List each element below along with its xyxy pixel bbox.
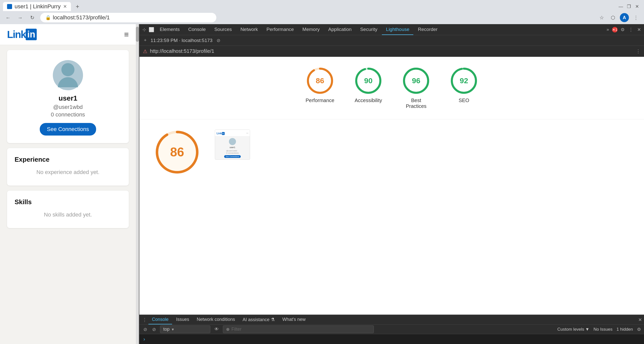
score-item-seo: 92 SEO [450, 67, 478, 109]
console-filter-input[interactable]: ⊛ Filter [223, 325, 374, 333]
close-button[interactable]: ✕ [634, 4, 640, 10]
logo-link-text: Link [7, 29, 26, 40]
extensions-icon[interactable]: ⬡ [609, 14, 617, 22]
settings-icon[interactable]: ⋮ [632, 14, 640, 22]
more-tabs-icon[interactable]: » [606, 26, 610, 33]
bookmark-icon[interactable]: ☆ [598, 14, 606, 22]
console-tab-console[interactable]: Console [148, 315, 172, 324]
console-toolbar: ⊘ ⊘ top ▼ 👁 ⊛ Filter Custom levels ▼ No … [139, 325, 644, 334]
toolbar-timestamp: 11:23:59 PM · localhost:5173 [151, 38, 213, 43]
scrollbar-thumb [136, 27, 139, 42]
avatar-body [58, 77, 78, 87]
big-performance-score: 86 [170, 145, 184, 159]
devtools-close-icon[interactable]: ✕ [636, 26, 642, 33]
tab-performance[interactable]: Performance [262, 24, 298, 35]
devtools-inspect-icon[interactable]: ⊹ [141, 26, 147, 33]
console-close-btn[interactable]: ✕ [638, 317, 642, 323]
avatar [53, 60, 83, 90]
skills-section: Skills No skills added yet. [7, 191, 129, 228]
preview-close-icon: ─ [246, 132, 248, 135]
window-controls: — ❐ ✕ [618, 4, 644, 10]
url-input[interactable]: 🔒 localhost:5173/profile/1 [40, 13, 216, 22]
preview-avatar [229, 138, 236, 145]
top-dropdown-icon: ▼ [171, 327, 175, 331]
tab-security[interactable]: Security [356, 24, 382, 35]
restore-button[interactable]: ❐ [626, 4, 632, 10]
big-performance-circle: 86 [154, 130, 200, 175]
accessibility-score: 90 [364, 76, 373, 85]
tab-sources[interactable]: Sources [210, 24, 236, 35]
hamburger-menu[interactable]: ≡ [124, 30, 129, 39]
minimize-button[interactable]: — [618, 4, 624, 10]
profile-card: user1 @user1wbd 0 connections See Connec… [7, 50, 129, 143]
profile-connections: 0 connections [15, 111, 121, 118]
devtools-toolbar: + 11:23:59 PM · localhost:5173 ⊘ [139, 35, 644, 46]
see-connections-button[interactable]: See Connections [40, 123, 96, 136]
score-circle-best-practices: 96 [402, 67, 430, 95]
active-tab[interactable]: user1 | LinkinPurry ✕ [3, 2, 71, 11]
console-filter-btn[interactable]: ⊘ [151, 326, 157, 333]
profile-name: user1 [15, 94, 121, 102]
console-more-icon[interactable]: ⋮ [141, 316, 148, 324]
back-button[interactable]: ← [4, 14, 12, 22]
tab-network[interactable]: Network [236, 24, 262, 35]
best-practices-score: 96 [412, 76, 420, 85]
devtools-settings-icon[interactable]: ⚙ [620, 26, 626, 33]
experience-section: Experience No experience added yet. [7, 148, 129, 186]
best-practices-label: BestPractices [406, 98, 426, 109]
console-input-arrow[interactable]: › [143, 336, 145, 342]
new-tab-button[interactable]: + [73, 2, 82, 11]
page-scrollbar[interactable] [136, 24, 139, 344]
devtools-more-icon[interactable]: ⋮ [628, 26, 634, 33]
custom-levels-label: Custom levels [557, 327, 584, 332]
avatar-figure [58, 63, 78, 87]
error-icon: ✕ [612, 28, 615, 32]
profile-avatar[interactable]: A [620, 13, 629, 22]
browser-chrome: user1 | LinkinPurry ✕ + — ❐ ✕ ← → ↻ 🔒 lo… [0, 0, 644, 24]
custom-levels-dropdown[interactable]: Custom levels ▼ [557, 327, 590, 332]
console-tab-network-conditions[interactable]: Network conditions [193, 315, 238, 324]
clear-toolbar-btn[interactable]: ⊘ [216, 37, 221, 44]
url-more-icon[interactable]: ⋮ [636, 49, 640, 54]
tab-console[interactable]: Console [184, 24, 210, 35]
preview-subtext: @user1wbd0 connections [226, 150, 238, 154]
tab-application[interactable]: Application [324, 24, 356, 35]
main-layout: Link in ≡ user1 @user1wbd 0 connections … [0, 24, 644, 344]
tab-recorder[interactable]: Recorder [414, 24, 441, 35]
filter-icon: ⊛ [226, 327, 229, 332]
tab-close-btn[interactable]: ✕ [63, 4, 67, 9]
linkedin-page: Link in ≡ user1 @user1wbd 0 connections … [0, 24, 136, 344]
console-eye-icon[interactable]: 👁 [213, 326, 220, 333]
score-circle-performance: 86 [306, 67, 334, 95]
console-tab-issues[interactable]: Issues [173, 315, 193, 324]
tab-title: user1 | LinkinPurry [15, 3, 61, 10]
skills-title: Skills [15, 198, 121, 206]
tab-memory[interactable]: Memory [298, 24, 324, 35]
console-top-selector[interactable]: top ▼ [160, 325, 210, 333]
console-clear-btn[interactable]: ⊘ [142, 326, 148, 333]
console-gear-icon[interactable]: ⚙ [637, 327, 641, 332]
devtools-tab-actions: » ✕ 1 ⚙ ⋮ ✕ [606, 26, 642, 33]
devtools-device-icon[interactable]: ⬜ [148, 26, 155, 33]
warning-icon: ⚠ [143, 48, 147, 54]
reload-button[interactable]: ↻ [28, 14, 36, 22]
lighthouse-url: http://localhost:5173/profile/1 [150, 48, 214, 54]
linkedin-header: Link in ≡ [0, 24, 136, 45]
linkedin-logo: Link in [7, 29, 37, 40]
page-preview-thumbnail: Linkin ─ user1 @user1wbd0 connections Se… [215, 130, 250, 160]
tab-elements[interactable]: Elements [156, 24, 184, 35]
forward-button[interactable]: → [16, 14, 24, 22]
hidden-count-label: 1 hidden [617, 327, 633, 332]
big-score-section: 86 Linkin ─ user1 @user1wbd0 connections [139, 119, 644, 185]
performance-score: 86 [316, 76, 324, 85]
error-count: 1 [615, 28, 617, 32]
seo-score: 92 [460, 76, 468, 85]
console-tab-whats-new[interactable]: What's new [279, 315, 309, 324]
browser-icons: ☆ ⬡ A ⋮ [598, 13, 640, 22]
add-toolbar-btn[interactable]: + [143, 37, 148, 44]
tab-lighthouse[interactable]: Lighthouse [382, 24, 413, 35]
console-tab-actions: ✕ [638, 317, 642, 323]
console-tab-ai-assistance[interactable]: AI assistance ⚗ [239, 315, 278, 324]
error-badge: ✕ 1 [612, 27, 618, 32]
avatar-head [61, 63, 74, 76]
